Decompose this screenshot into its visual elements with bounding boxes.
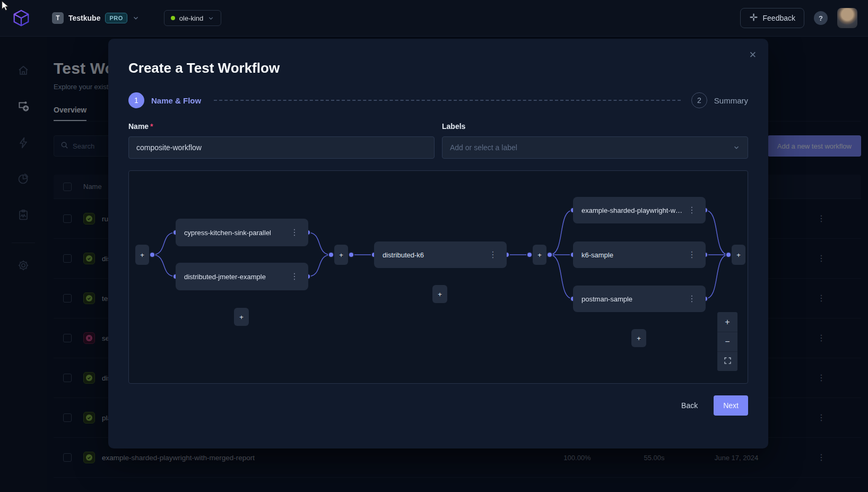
wizard-stepper: 1 Name & Flow 2 Summary xyxy=(128,92,748,108)
step-label: Summary xyxy=(714,96,748,105)
step-number: 2 xyxy=(691,92,707,108)
org-avatar: T xyxy=(52,12,64,24)
back-button[interactable]: Back xyxy=(672,396,707,415)
workflow-node[interactable]: distributed-jmeter-example ⋮ xyxy=(176,263,308,290)
org-name: Testkube xyxy=(68,14,100,22)
env-name: ole-kind xyxy=(179,14,204,22)
workflow-node[interactable]: postman-sample ⋮ xyxy=(573,286,706,312)
create-test-workflow-modal: ✕ Create a Test Workflow 1 Name & Flow 2… xyxy=(108,39,768,448)
labels-select[interactable]: Add or select a label xyxy=(442,136,748,159)
workflow-node[interactable]: example-sharded-playwright-with-merged-r… xyxy=(573,197,706,223)
labels-field-label: Labels xyxy=(442,122,748,131)
testkube-logo-icon[interactable] xyxy=(11,7,32,29)
node-label: example-sharded-playwright-with-merged-r… xyxy=(581,206,683,214)
help-button[interactable]: ? xyxy=(814,11,828,25)
labels-placeholder: Add or select a label xyxy=(450,143,733,152)
workflow-node[interactable]: cypress-kitchen-sink-parallel ⋮ xyxy=(176,219,308,246)
workflow-name-input[interactable] xyxy=(128,136,435,159)
node-label: k6-sample xyxy=(581,251,683,259)
workflow-node[interactable]: k6-sample ⋮ xyxy=(573,241,706,268)
node-actions-menu[interactable]: ⋮ xyxy=(286,270,303,283)
modal-title: Create a Test Workflow xyxy=(128,60,748,76)
canvas-controls: + − xyxy=(717,312,737,371)
step-label: Name & Flow xyxy=(151,96,201,105)
fit-view-button[interactable] xyxy=(717,351,737,371)
feedback-label: Feedback xyxy=(763,14,795,22)
node-label: distributed-jmeter-example xyxy=(184,273,286,281)
node-label: distributed-k6 xyxy=(383,251,484,259)
add-step-button[interactable]: + xyxy=(135,245,149,265)
zoom-out-button[interactable]: − xyxy=(717,332,737,351)
feedback-button[interactable]: Feedback xyxy=(740,8,804,28)
env-status-dot xyxy=(171,16,175,20)
top-bar: T Testkube PRO ole-kind Feedback ? xyxy=(0,0,868,37)
node-label: cypress-kitchen-sink-parallel xyxy=(184,229,286,237)
node-actions-menu[interactable]: ⋮ xyxy=(286,226,303,239)
pro-badge: PRO xyxy=(105,13,127,23)
node-label: postman-sample xyxy=(581,295,683,303)
required-asterisk: * xyxy=(150,122,153,131)
node-actions-menu[interactable]: ⋮ xyxy=(683,248,700,261)
step-name-and-flow[interactable]: 1 Name & Flow xyxy=(128,92,201,108)
workflow-graph-canvas[interactable]: + + + + + + + cypress-kitchen-sink-paral… xyxy=(128,170,748,384)
environment-selector[interactable]: ole-kind xyxy=(164,10,222,26)
workflow-node[interactable]: distributed-k6 ⋮ xyxy=(374,241,507,268)
user-avatar[interactable] xyxy=(837,8,857,28)
stepper-connector xyxy=(214,100,681,101)
node-actions-menu[interactable]: ⋮ xyxy=(484,248,501,261)
step-summary[interactable]: 2 Summary xyxy=(691,92,748,108)
add-step-button[interactable]: + xyxy=(334,245,348,265)
add-parallel-step-button[interactable]: + xyxy=(631,329,646,347)
chevron-down-icon xyxy=(132,14,140,22)
close-icon[interactable]: ✕ xyxy=(747,47,759,62)
add-step-button[interactable]: + xyxy=(533,245,546,265)
slack-icon xyxy=(749,13,758,23)
add-parallel-step-button[interactable]: + xyxy=(234,308,249,326)
expand-icon xyxy=(724,357,732,367)
node-actions-menu[interactable]: ⋮ xyxy=(683,292,700,305)
step-number: 1 xyxy=(128,92,144,108)
add-parallel-step-button[interactable]: + xyxy=(432,285,447,303)
name-field-label: Name* xyxy=(128,122,435,131)
organization-selector[interactable]: T Testkube PRO xyxy=(52,12,140,24)
chevron-down-icon xyxy=(207,15,214,22)
add-step-button[interactable]: + xyxy=(732,245,745,265)
next-button[interactable]: Next xyxy=(714,395,748,416)
node-actions-menu[interactable]: ⋮ xyxy=(683,204,700,217)
chevron-down-icon xyxy=(733,144,740,151)
zoom-in-button[interactable]: + xyxy=(717,312,737,332)
